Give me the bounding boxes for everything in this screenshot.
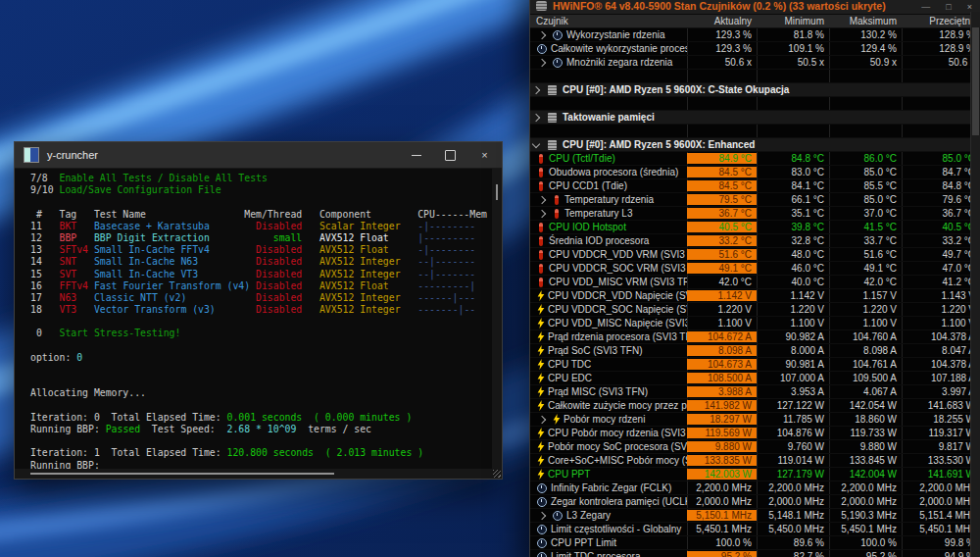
sensor-group-header[interactable]: CPU [#0]: AMD Ryzen 5 9600X: C-State Oku… xyxy=(530,83,980,97)
sensor-value-cell: 50.6 x xyxy=(902,56,980,69)
console-vertical-scrollbar[interactable] xyxy=(492,169,502,469)
sensor-name-cell: Limit częstotliwości - Globalny xyxy=(530,523,687,535)
column-header-current[interactable]: Aktualny xyxy=(687,15,757,27)
sensor-value-cell: 104.761 A xyxy=(829,358,902,371)
sensor-row[interactable]: Prąd SoC (SVI3 TFN)8.098 A8.000 A8.098 A… xyxy=(530,344,980,358)
vertical-scrollbar-thumb[interactable] xyxy=(496,184,498,200)
sensor-group-header[interactable]: CPU [#0]: AMD Ryzen 5 9600X: Enhanced xyxy=(530,138,980,152)
sensor-value-cell: 127.122 W xyxy=(757,399,829,412)
sensor-row[interactable]: CPU IOD Hotspot40.5 °C39.8 °C41.5 °C40.5… xyxy=(530,221,980,234)
console-horizontal-scrollbar[interactable] xyxy=(15,469,492,479)
sensor-row[interactable]: Limit częstotliwości - Globalny5,450.1 M… xyxy=(530,523,980,536)
sensor-value-cell: 42.0 °C xyxy=(687,276,757,288)
thermometer-icon xyxy=(539,154,543,164)
sensor-row[interactable]: Prąd MISC (SVI3 TFN)3.988 A3.953 A4.067 … xyxy=(530,385,980,399)
hwinfo-scrollbar-thumb[interactable] xyxy=(972,27,979,135)
clock-icon xyxy=(537,538,547,548)
sensor-row[interactable]: Infinity Fabric Zegar (FCLK)2,200.0 MHz2… xyxy=(530,481,980,495)
sensor-label: CPU VDDCR_SOC VRM (SVI3 TFN) xyxy=(549,263,687,274)
sensor-value-cell: 8.047 A xyxy=(902,344,980,357)
sensor-row[interactable]: CPU VDD_MISC VRM (SVI3 TFN)42.0 °C40.0 °… xyxy=(530,276,980,289)
hwinfo-vertical-scrollbar[interactable] xyxy=(970,12,980,557)
sensor-row[interactable]: CPU VDDCR_VDD Napięcie (SVI3 ...1.142 V1… xyxy=(530,289,980,303)
sensor-name-cell: Całkowite zużycie mocy przez pr... xyxy=(530,399,687,412)
sensor-row[interactable]: CPU EDC108.500 A107.000 A109.500 A107.18… xyxy=(530,372,980,385)
sensor-value-cell: 133.835 W xyxy=(687,455,757,466)
sensor-row[interactable]: CPU PPT142.003 W127.179 W142.004 W141.69… xyxy=(530,468,980,481)
sensor-row[interactable]: L3 Zegary5,150.1 MHz5,148.1 MHz5,190.3 M… xyxy=(530,509,980,523)
chevron-right-icon[interactable] xyxy=(538,195,546,203)
thermometer-icon xyxy=(539,168,543,177)
chevron-right-icon[interactable] xyxy=(538,58,546,66)
minimize-button[interactable] xyxy=(399,142,433,168)
maximize-icon[interactable]: □ xyxy=(946,2,951,12)
sensor-value-cell: 11.785 W xyxy=(757,413,829,426)
sensor-row[interactable]: Core+SoC+MISC Pobór mocy (S...133.835 W1… xyxy=(530,454,980,468)
sensor-row[interactable]: CPU (Tctl/Tdie)84.9 °C84.8 °C86.0 °C85.0… xyxy=(530,152,980,166)
sensor-row[interactable]: Pobór mocy rdzeni18.297 W11.785 W18.860 … xyxy=(530,413,980,427)
console-line: 17 N63 Classic NTT (v2) Disabled AVX512 … xyxy=(30,292,492,304)
sensor-row[interactable]: CPU PPT Limit100.0 %89.6 %100.0 %99.8 % xyxy=(530,536,980,550)
sensor-row[interactable]: Obudowa procesora (średnia)84.5 °C83.0 °… xyxy=(530,166,980,179)
sensor-row[interactable]: Średnia IOD procesora33.2 °C32.8 °C33.7 … xyxy=(530,234,980,248)
sensor-row[interactable]: Całkowite wykorzystanie procesora129.3 %… xyxy=(530,42,980,56)
chevron-right-icon[interactable] xyxy=(532,113,540,121)
window-resize-grip[interactable] xyxy=(492,469,502,479)
sensor-row[interactable]: CPU CCD1 (Tdie)84.5 °C84.1 °C85.5 °C84.8… xyxy=(530,179,980,193)
column-header-average[interactable]: Przeciętny xyxy=(902,15,980,27)
sensor-value-cell: 119.014 W xyxy=(757,454,829,467)
sensor-value-cell: 49.7 °C xyxy=(902,248,980,261)
sensor-row[interactable]: CPU VDDCR_SOC VRM (SVI3 TFN)49.1 °C46.0 … xyxy=(530,262,980,276)
sensor-row[interactable]: Całkowite zużycie mocy przez pr...141.98… xyxy=(530,399,980,413)
sensor-row[interactable]: CPU VDDCR_SOC Napięcie (SVI3 ...1.220 V1… xyxy=(530,303,980,317)
sensor-value-cell: 33.2 °C xyxy=(687,235,757,246)
chip-icon xyxy=(548,113,557,123)
sensor-row[interactable]: CPU VDD_MISC Napięcie (SVI3 T...1.100 V1… xyxy=(530,317,980,330)
sensor-row[interactable]: Limit TDC procesora95.2 %82.7 %95.2 %94.… xyxy=(530,550,980,557)
chevron-right-icon[interactable] xyxy=(538,209,546,217)
sensor-row[interactable]: Temperatury rdzenia79.5 °C66.1 °C85.0 °C… xyxy=(530,193,980,207)
sensor-label: CPU Pobór mocy rdzenia (SVI3 T... xyxy=(548,428,687,438)
column-header-minimum[interactable]: Minimum xyxy=(757,15,829,27)
chevron-down-icon[interactable] xyxy=(532,139,540,147)
chevron-right-icon[interactable] xyxy=(538,30,546,38)
sensor-row[interactable]: Wykorzystanie rdzenia129.3 %81.8 %130.2 … xyxy=(530,28,980,42)
sensor-value-cell: 83.0 °C xyxy=(757,166,829,178)
sensor-row[interactable]: Temperatury L336.7 °C35.1 °C37.0 °C36.7 … xyxy=(530,207,980,221)
chevron-right-icon[interactable] xyxy=(538,511,546,519)
minimize-icon[interactable]: — xyxy=(921,2,930,12)
thermometer-icon xyxy=(539,236,543,246)
lightning-icon xyxy=(537,455,545,466)
column-header-maximum[interactable]: Maksimum xyxy=(829,15,902,27)
close-icon[interactable]: × xyxy=(967,2,972,12)
maximize-button[interactable] xyxy=(433,142,467,168)
chevron-right-icon[interactable] xyxy=(532,85,540,93)
hwinfo-titlebar[interactable]: HWiNFO® 64 v8.40-5900 Stan Czujników (0.… xyxy=(530,0,980,15)
console-line: Iteration: 0 Total Elapsed Time: 0.001 s… xyxy=(30,412,492,424)
sensor-value-cell: 2,200.0 MHz xyxy=(687,481,757,494)
sensor-row[interactable]: CPU Pobór mocy rdzenia (SVI3 T...119.569… xyxy=(530,427,980,440)
sensor-value-cell: 50.9 x xyxy=(829,56,902,69)
sensor-value-cell: 40.5 °C xyxy=(902,221,980,233)
sensor-row[interactable]: Prąd rdzenia procesora (SVI3 TFN)104.672… xyxy=(530,330,980,344)
sensor-row[interactable]: Mnożniki zegara rdzenia50.6 x50.5 x50.9 … xyxy=(530,56,980,70)
column-header-sensor[interactable]: Czujnik xyxy=(530,15,687,27)
sensor-row[interactable]: CPU TDC104.673 A90.981 A104.761 A104.378… xyxy=(530,358,980,372)
sensor-label: Wykorzystanie rdzenia xyxy=(566,29,665,40)
sensor-name-cell: Prąd MISC (SVI3 TFN) xyxy=(530,385,687,398)
sensor-value-cell: 109.1 % xyxy=(757,42,829,55)
console-line xyxy=(30,340,492,352)
sensor-group-header[interactable]: Taktowanie pamięci xyxy=(530,111,980,125)
ycruncher-app-icon xyxy=(24,147,39,163)
chevron-right-icon[interactable] xyxy=(538,415,546,423)
sensor-row[interactable]: Pobór mocy SoC procesora (SVI3...9.880 W… xyxy=(530,440,980,454)
sensor-value-cell: 4.067 A xyxy=(829,385,902,398)
horizontal-scrollbar-thumb[interactable] xyxy=(30,473,334,475)
sensor-value-cell: 85.0 °C xyxy=(902,152,980,165)
close-button[interactable]: × xyxy=(467,142,502,168)
sensor-value-cell: 41.2 °C xyxy=(902,276,980,288)
sensor-row[interactable]: Zegar kontrolera pamięci (UCLK)2,000.0 M… xyxy=(530,495,980,509)
sensor-row[interactable]: CPU VDDCR_VDD VRM (SVI3 TFN)51.6 °C48.0 … xyxy=(530,248,980,262)
ycruncher-titlebar[interactable]: y-cruncher × xyxy=(15,142,502,169)
sensor-value-cell: 51.6 °C xyxy=(829,248,902,261)
